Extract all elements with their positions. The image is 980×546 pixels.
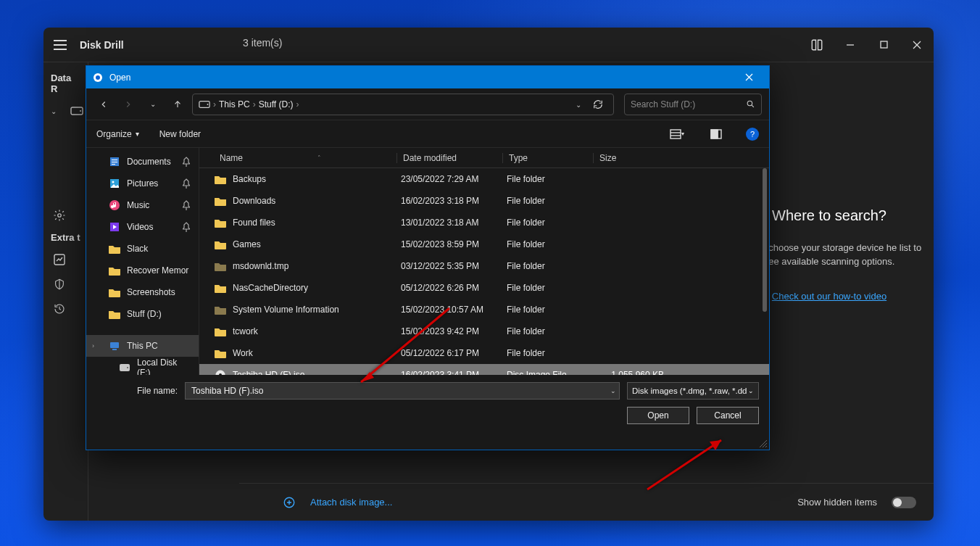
nav-forward-button[interactable]	[118, 94, 138, 115]
howto-link[interactable]: Check out our how-to video	[772, 291, 886, 302]
book-icon[interactable]	[800, 28, 834, 62]
file-type-combo[interactable]: Disk images (*.dmg, *.raw, *.dd⌄	[627, 382, 759, 400]
breadcrumb-pc[interactable]: This PC	[219, 99, 250, 109]
breadcrumb-loc[interactable]: Stuff (D:)	[259, 99, 294, 109]
maximize-button[interactable]	[867, 28, 900, 62]
filename-dropdown[interactable]: ⌄	[610, 387, 616, 394]
col-type[interactable]: Type	[502, 153, 593, 163]
sidebar-section-data: Data R	[43, 68, 88, 99]
file-icon	[214, 260, 227, 273]
svg-rect-30	[110, 342, 119, 348]
file-row[interactable]: tcwork15/02/2023 9:42 PMFile folder	[199, 320, 769, 342]
svg-rect-31	[112, 349, 117, 350]
vid-icon	[108, 220, 121, 233]
app-status: 3 item(s)	[243, 37, 282, 49]
mus-icon	[108, 199, 121, 212]
app-name: Disk Drill	[80, 39, 124, 51]
preview-pane-button[interactable]	[707, 125, 726, 144]
tree-item[interactable]: Screenshots	[86, 281, 199, 303]
column-headers: Name˄ Date modified Type Size	[199, 148, 769, 168]
file-icon	[214, 173, 227, 186]
file-row[interactable]: NasCacheDirectory05/12/2022 6:26 PMFile …	[199, 277, 769, 299]
app-sidebar: Data R ⌄ Extra t	[43, 62, 88, 521]
nav-up-button[interactable]	[167, 94, 188, 115]
refresh-button[interactable]	[589, 98, 607, 111]
file-row[interactable]: Backups23/05/2022 7:29 AMFile folder	[199, 168, 769, 190]
filename-label: File name:	[96, 386, 178, 396]
pic-icon	[108, 177, 121, 190]
app-title-bar: Disk Drill 3 item(s)	[43, 28, 934, 62]
file-icon	[214, 325, 227, 338]
dialog-close-button[interactable]	[734, 66, 763, 88]
open-dialog: Open ⌄ › This PC › Stuff (D:) › ⌄ Search…	[86, 65, 770, 450]
new-folder-button[interactable]: New folder	[159, 129, 201, 139]
tree-item[interactable]: Local Disk (F:)	[86, 357, 199, 375]
sidebar-extra-3[interactable]	[43, 297, 88, 321]
nav-back-button[interactable]	[94, 94, 114, 115]
filename-input[interactable]: Toshiba HD (F).iso⌄	[185, 382, 620, 400]
folder-tree[interactable]: DocumentsPicturesMusicVideosSlackRecover…	[86, 148, 199, 375]
tree-item[interactable]: Videos	[86, 216, 199, 238]
pc-icon	[108, 339, 121, 352]
tree-item[interactable]: Documents	[86, 151, 199, 173]
pin-icon	[183, 178, 193, 189]
svg-rect-1	[881, 41, 887, 48]
organize-button[interactable]: Organize ▾	[96, 129, 139, 139]
file-row[interactable]: msdownld.tmp03/12/2022 5:35 PMFile folde…	[199, 255, 769, 277]
pin-icon	[183, 200, 193, 210]
show-hidden-label: Show hidden items	[797, 497, 877, 508]
col-name[interactable]: Name˄	[214, 153, 396, 163]
tree-item[interactable]: Stuff (D:)	[86, 303, 199, 325]
svg-rect-16	[670, 130, 681, 138]
file-row[interactable]: Toshiba HD (F).iso16/02/2023 3:41 PMDisc…	[199, 364, 769, 375]
svg-point-5	[80, 110, 81, 112]
svg-point-15	[747, 101, 752, 106]
resize-grip-icon[interactable]	[758, 439, 767, 447]
view-mode-button[interactable]: ▾	[668, 125, 686, 144]
tree-item[interactable]: Recover Memor	[86, 260, 199, 281]
tree-item[interactable]: ›This PC	[86, 335, 199, 357]
show-hidden-toggle[interactable]	[892, 497, 916, 508]
file-row[interactable]: Downloads16/02/2023 3:18 PMFile folder	[199, 190, 769, 212]
fld-icon	[108, 242, 121, 255]
search-input[interactable]: Search Stuff (D:)	[624, 94, 762, 115]
file-row[interactable]: Games15/02/2023 8:59 PMFile folder	[199, 233, 769, 255]
svg-rect-24	[112, 162, 117, 162]
col-size[interactable]: Size	[593, 153, 665, 163]
open-button[interactable]: Open	[627, 407, 689, 424]
tree-item[interactable]: Music	[86, 194, 199, 216]
dialog-title-bar[interactable]: Open	[86, 66, 769, 88]
tree-item[interactable]: Slack	[86, 238, 199, 260]
file-row[interactable]: System Volume Information15/02/2023 10:5…	[199, 299, 769, 320]
gear-icon	[51, 207, 68, 224]
attach-link[interactable]: Attach disk image...	[310, 497, 392, 508]
address-bar[interactable]: › This PC › Stuff (D:) › ⌄	[192, 94, 614, 115]
file-row[interactable]: Found files13/01/2022 3:18 AMFile folder	[199, 212, 769, 233]
svg-point-27	[112, 181, 115, 183]
help-button[interactable]: ?	[746, 128, 759, 141]
address-dropdown[interactable]: ⌄	[571, 98, 586, 111]
sidebar-extra-2[interactable]	[43, 272, 88, 297]
list-scrollbar[interactable]	[760, 168, 768, 373]
app-footer: Attach disk image... Show hidden items	[239, 483, 934, 521]
sidebar-section-extra: Extra t	[43, 228, 88, 247]
sidebar-row[interactable]: ⌄	[43, 99, 88, 123]
dialog-footer: File name: Toshiba HD (F).iso⌄ Disk imag…	[86, 375, 769, 431]
sidebar-extra-1[interactable]	[43, 247, 88, 272]
file-icon	[214, 347, 227, 360]
cancel-button[interactable]: Cancel	[697, 407, 759, 424]
file-row[interactable]: Work05/12/2022 6:17 PMFile folder	[199, 342, 769, 364]
chart-icon	[51, 251, 68, 268]
svg-rect-21	[711, 130, 718, 138]
close-button[interactable]	[900, 28, 934, 62]
file-icon	[214, 281, 227, 294]
nav-recent-button[interactable]: ⌄	[143, 94, 163, 115]
col-date[interactable]: Date modified	[396, 153, 502, 163]
svg-rect-23	[112, 160, 117, 160]
tree-item[interactable]: Pictures	[86, 173, 199, 194]
sidebar-settings[interactable]	[43, 203, 88, 228]
minimize-button[interactable]	[834, 28, 867, 62]
hamburger-icon[interactable]	[51, 36, 70, 54]
app-small-icon	[92, 72, 104, 83]
svg-rect-25	[112, 164, 115, 165]
